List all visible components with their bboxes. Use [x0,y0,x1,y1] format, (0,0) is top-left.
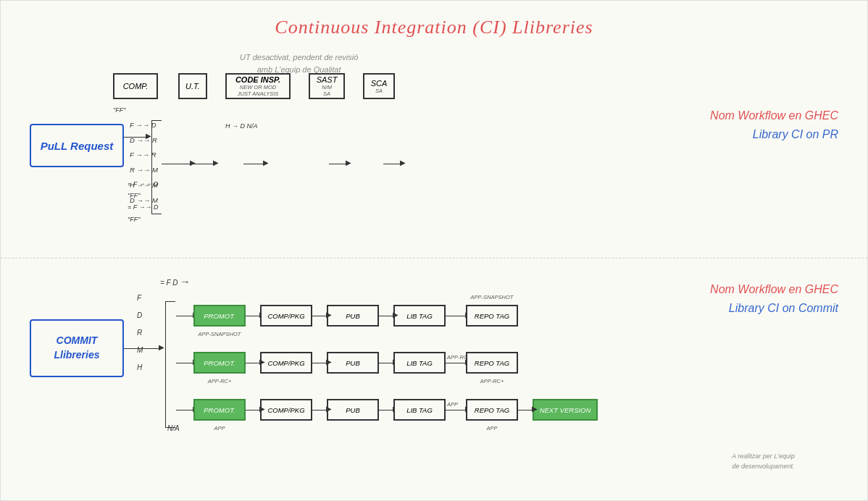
top-workflow-value: Library CI on PR [710,128,838,141]
branch-f: F [137,290,143,306]
workflow-label-top: Nom Workflow en GHEC Library CI on PR [710,109,838,141]
promot1-wrap: PROMOT. APP-SNAPSHOT [193,305,246,327]
repotag2-box: REPO TAG [466,352,518,374]
fd-label: = F D → [160,276,190,287]
c5: ▶ [518,410,533,411]
box-ut: U.T. [178,73,207,99]
next-version-box: NEXT VERSION [533,399,598,421]
libtag1-box: LIB TAG [393,305,446,327]
divider [1,258,867,258]
na-label: N/A [167,424,180,432]
ff3: "FF" [128,214,159,225]
promot2-below: APP-RC+ [208,378,232,384]
repotag1-above: APP-SNAPSHOT [471,294,514,300]
branch-f-d: F →→ D [130,118,158,133]
box-sca: SCA SA [363,73,395,99]
codeinsp-label: CODE INSP. [235,75,280,84]
box-codeinsp: CODE INSP. NEW OR MOD JUST ANALYSIS [225,73,291,99]
a2: ▶ [312,316,327,316]
libtag2-wrap: LIB TAG [393,352,446,374]
bracket-to-promot3-arrow: ▶ [176,410,193,411]
branch-m: M [137,342,143,358]
repotag3-below: APP [486,425,497,431]
sast-label: SAST [317,75,338,84]
comppkg2-box: COMP/PKG [260,352,312,374]
b1: ▶ [246,363,260,363]
branch-r: R [137,325,143,341]
repotag2-wrap: REPO TAG APP-RC+ [466,352,518,374]
bracket-to-promot2-arrow: ▶ [176,363,193,363]
commit-label1: COMMIT [57,334,98,348]
flow-row-3: ▶ PROMOT. APP ▶ COMP/PKG ▶ PUB ▶ [176,399,598,421]
b2: ▶ [312,363,327,363]
ut-note: UT desactivat, pendent de revisió amb L'… [240,51,358,75]
comppkg3-box: COMP/PKG [260,399,312,421]
repotag3-wrap: REPO TAG APP [466,399,518,421]
codeinsp-sub2: JUST ANALYSIS [238,90,279,97]
sca-sub: SA [375,88,383,94]
branch-d: D [137,308,143,324]
promot2-box: PROMOT. [193,352,246,374]
comp-ff1: "FF" [113,105,125,115]
promot3-wrap: PROMOT. APP [193,399,246,421]
a3: ▶ [379,316,393,316]
page: Continuous Integration (CI) Llibreries U… [0,0,868,501]
bracket-to-promot1-arrow: ▶ [176,316,193,316]
repotag1-box: REPO TAG [466,305,518,327]
comppkg1-box: COMP/PKG [260,305,312,327]
comppkg1-wrap: COMP/PKG [260,305,312,327]
merge-notes: = F →→ D "FF" = F →→ D "FF" [128,178,159,225]
pull-request-label: PuLL Request [41,140,114,152]
codeinsp-to-sast-arrow: ▶ [329,164,346,164]
b3: ▶ [379,363,393,363]
c3: ▶ [379,410,393,411]
branch-f-r: F →→ R [130,148,158,163]
pub2-box: PUB [327,352,379,374]
promot1-below: APP-SNAPSHOT [199,331,241,337]
ut-note-line1: UT desactivat, pendent de revisió [240,51,358,64]
bracket-to-comp-arrow: ▶ [162,164,191,164]
commit-box: COMMIT Llibreries [30,319,124,377]
promot3-box: PROMOT. [193,399,246,421]
pub1-box: PUB [327,305,379,327]
comp-notes: "FF" [113,105,125,115]
c2: ▶ [312,410,327,411]
box-sast: SAST N/M SA [309,73,345,99]
b4: ▶ APP-RC+ [446,363,466,363]
pub3-box: PUB [327,399,379,421]
promot2-wrap: PROMOT. APP-RC+ [193,352,246,374]
ut-label: U.T. [185,82,200,90]
ff2: "FF" [128,190,159,201]
libtag2-box: LIB TAG [393,352,446,374]
hd-note: H → D N/A [225,122,257,130]
branch-col: F D R M H [137,290,143,377]
bottom-workflow-value: Library CI on Commit [710,302,838,315]
flow-row-2: ▶ PROMOT. APP-RC+ ▶ COMP/PKG ▶ PUB ▶ [176,352,518,374]
c4: ▶ APP [446,410,466,411]
a1: ▶ [246,316,260,316]
ut-to-codeinsp-arrow: ▶ [243,164,264,164]
sca-label: SCA [371,79,388,88]
fd-arrow-icon: → [180,276,190,287]
merge-fd1: = F →→ D [128,178,159,190]
comp-label: COMP. [123,82,149,90]
bottom-note: A realitzar per L'equip de desenvolupame… [732,452,795,471]
promot3-below: APP [214,425,225,431]
promot1-box: PROMOT. [193,305,246,327]
top-section: UT desactivat, pendent de revisió amb L'… [15,51,853,254]
repotag3-box: REPO TAG [466,399,518,421]
bottom-section: COMMIT Llibreries F D R M H = F D → N/A … [15,261,853,486]
branch-bracket-bottom [165,301,175,428]
libtag3-box: LIB TAG [393,399,446,421]
repotag2-below: APP-RC+ [480,378,504,384]
c1: ▶ [246,410,260,411]
codeinsp-sub1: NEW OR MOD [240,84,276,90]
sast-to-sca-arrow: ▶ [383,164,401,164]
c4-above: APP [447,401,458,408]
a4: ▶ [446,316,466,316]
bottom-note-line2: de desenvolupament. [732,462,795,472]
branch-r-m: R →→ M [130,163,158,178]
branch-d-r: D →→ R [130,133,158,148]
merge-fd2: = F →→ D [128,201,159,213]
flow-row-1: ▶ PROMOT. APP-SNAPSHOT ▶ COMP/PKG ▶ [176,305,518,327]
